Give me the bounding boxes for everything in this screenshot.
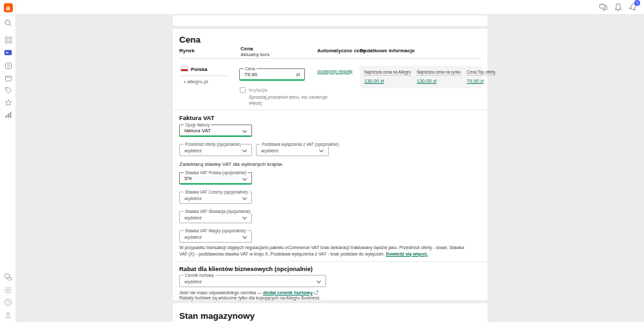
chat-icon[interactable] — [599, 3, 608, 12]
notification-badge: 3 — [634, 0, 640, 6]
wholesale-pricelist-select[interactable]: Cennik hurtowy wybierz — [179, 275, 326, 287]
auction-label: licytacja — [249, 87, 267, 93]
col-header-cena: Cena — [240, 46, 253, 52]
chevron-down-icon — [319, 148, 324, 152]
col-header-kurs: Aktualny kurs — [240, 52, 269, 57]
price-tag-icon[interactable] — [3, 85, 13, 95]
price-input-suffix: zł — [296, 72, 300, 77]
help-icon[interactable]: ? — [3, 297, 13, 307]
search-icon[interactable] — [3, 18, 13, 28]
info-item-lowest-allegro: Najniższa cena na Allegro 130,00 zł — [364, 70, 411, 88]
info-item-top-offer: Cena Top oferty 79,90 zł — [467, 70, 495, 88]
col-header-auto: Automatyczne ceny — [317, 48, 366, 54]
chevron-down-icon — [242, 128, 247, 133]
previous-section-card — [173, 15, 487, 26]
info-label: Cena Top oferty — [467, 70, 495, 75]
info-value-link[interactable]: 130,00 zł — [416, 78, 461, 84]
declare-vat-text: Zadeklaruj stawkę VAT dla wybranych kraj… — [179, 161, 283, 167]
section-title-stan: Stan magazynowy — [179, 311, 255, 321]
price-input-label: Cena — [244, 66, 257, 71]
chevron-down-icon — [317, 279, 321, 283]
add-wholesale-pricelist-link[interactable]: dodaj cennik hurtowy — [263, 290, 313, 296]
section-title-cena: Cena — [179, 35, 200, 45]
announcements-icon[interactable]: 3 — [629, 3, 638, 12]
info-label: Najniższa cena na rynku — [416, 70, 461, 75]
star-icon[interactable] — [3, 97, 13, 107]
info-value-link[interactable]: 79,90 zł — [467, 78, 495, 84]
market-site[interactable]: • allegro.pl — [184, 79, 208, 85]
svg-text:?: ? — [7, 300, 9, 305]
vat-disclaimer: W przypadku transakcji objętych regulacj… — [179, 245, 471, 257]
vat-rate-hungary-select[interactable]: Stawka VAT Węgry (opcjonalnie) wybierz — [179, 230, 252, 243]
chevron-down-icon — [242, 196, 247, 200]
poland-flag-icon — [181, 66, 188, 72]
learn-more-link[interactable]: Dowiedz się więcej. — [386, 252, 428, 256]
vat-rate-czechia-select[interactable]: Stawka VAT Czechy (opcjonalnie) wybierz — [179, 192, 252, 204]
offer-subject-select[interactable]: Przedmiot oferty (opcjonalnie) wybierz — [179, 144, 252, 156]
vat-rate-poland-select[interactable]: Stawka VAT Polska (opcjonalnie) 5% — [179, 172, 252, 185]
offers-icon-selected[interactable] — [3, 48, 13, 57]
price-input[interactable]: Cena 79,90 zł — [239, 68, 305, 81]
chevron-down-icon — [242, 215, 247, 219]
wholesale-note: Rabaty hurtowe są widoczne tylko dla kup… — [179, 296, 320, 300]
attach-rule-link[interactable]: podepnij regułę — [317, 68, 353, 74]
col-header-info: Dodatkowe informacje — [360, 48, 415, 54]
account-icon[interactable] — [3, 310, 13, 320]
auction-checkbox[interactable] — [240, 87, 246, 93]
section-divider — [173, 110, 487, 110]
price-input-value: 79,90 — [244, 72, 257, 77]
info-value-link[interactable]: 130,00 zł — [364, 78, 411, 84]
market-site-label: allegro.pl — [187, 79, 208, 85]
info-item-lowest-market: Najniższa cena na rynku 130,00 zł — [416, 70, 461, 88]
gear-icon[interactable] — [3, 285, 13, 295]
chevron-down-icon — [242, 176, 247, 181]
vat-exemption-basis-select[interactable]: Podstawa wyłączenia z VAT (opcjonalnie) … — [256, 144, 329, 156]
additional-info-panel: Najniższa cena na Allegro 130,00 zł Najn… — [360, 66, 482, 88]
chevron-down-icon — [242, 148, 247, 152]
bell-icon[interactable] — [614, 3, 623, 12]
market-name: Polska — [191, 66, 208, 72]
external-link-icon — [314, 290, 318, 296]
stats-chart-icon[interactable] — [3, 110, 13, 119]
col-header-rynek: Rynek — [179, 48, 195, 54]
pricelist-hint: Jeśli nie masz odpowiedniego cennika — d… — [179, 290, 318, 296]
info-label: Najniższa cena na Allegro — [364, 70, 411, 75]
top-bar: 3 — [16, 0, 644, 15]
section-divider — [173, 261, 487, 262]
vat-rate-slovakia-select[interactable]: Stawka VAT Słowacja (opcjonalnie) wybier… — [179, 211, 252, 223]
stan-magazynowy-card: Stan magazynowy — [173, 303, 487, 322]
chevron-down-icon — [242, 234, 247, 239]
allegro-logo[interactable]: a — [3, 3, 13, 12]
auction-description: Sprzedaj przedmiot temu, kto zaoferuje w… — [249, 94, 327, 106]
package-icon[interactable] — [3, 73, 13, 83]
header-divider — [179, 58, 481, 59]
invoice-options-select[interactable]: Opcje faktury faktura VAT — [179, 125, 252, 137]
cena-card: Cena Rynek Cena Aktualny kurs Automatycz… — [173, 29, 487, 300]
section-title-faktura-vat: Faktura VAT — [179, 114, 215, 121]
market-divider — [179, 75, 228, 76]
orders-icon[interactable] — [3, 61, 13, 70]
app-sidebar: a ? — [0, 0, 16, 322]
messages-icon[interactable] — [3, 272, 13, 282]
dashboard-grid-icon[interactable] — [3, 35, 13, 45]
section-title-rabat: Rabat dla klientów biznesowych (opcjonal… — [179, 265, 313, 272]
